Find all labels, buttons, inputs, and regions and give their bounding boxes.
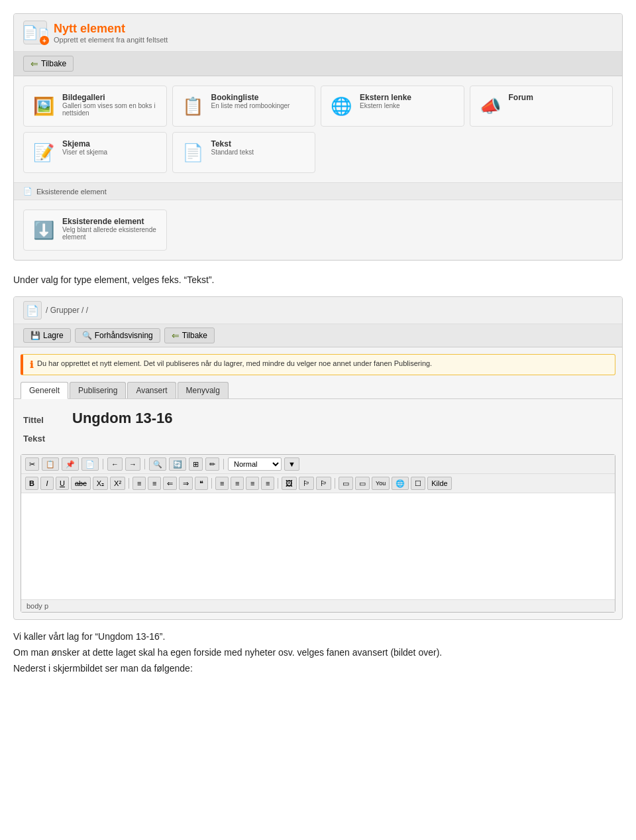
rte-blockquote-button[interactable]: ❝ — [195, 477, 208, 490]
skjema-title: Skjema — [62, 139, 107, 149]
bookingliste-icon: 📋 — [180, 93, 206, 119]
element-card-tekst[interactable]: 📄 Tekst Standard tekst — [172, 132, 316, 173]
rte-anchor-button[interactable]: 🏳 — [316, 477, 331, 490]
rte-align-right-button[interactable]: ≡ — [246, 477, 259, 490]
eksisterende-icon: ⬇️ — [30, 217, 57, 243]
tab-avansert[interactable]: Avansert — [127, 382, 176, 398]
save-button[interactable]: 💾 Lagre — [23, 328, 71, 343]
rte-align-left-button[interactable]: ≡ — [215, 477, 229, 490]
ekstern-lenke-title: Ekstern lenke — [360, 93, 411, 102]
bottom-line-3: Nederst i skjermbildet ser man da følgen… — [13, 661, 623, 677]
bildegalleri-desc: Galleri som vises som en boks i nettside… — [62, 102, 160, 117]
rte-btn-redo[interactable]: → — [125, 457, 140, 471]
tab-menyvalg[interactable]: Menyvalg — [178, 382, 229, 398]
panel-subtitle: Opprett et element fra angitt feltsett — [54, 36, 168, 44]
info-icon: ℹ — [30, 359, 33, 370]
existing-section-icon: 📄 — [23, 187, 32, 196]
separator1 — [103, 459, 103, 469]
rte-outdent-button[interactable]: ⇐ — [163, 477, 177, 490]
tab-publisering[interactable]: Publisering — [70, 382, 126, 398]
existing-grid: ⬇️ Eksisterende element Velg blant aller… — [14, 200, 622, 260]
rte-link-button[interactable]: 🌐 — [392, 477, 409, 490]
text-row: Tekst — [23, 434, 613, 444]
back-button-2[interactable]: ⇐ Tilbake — [164, 328, 215, 343]
rte-insert-box-button[interactable]: ▭ — [355, 477, 370, 490]
editor-header-icon: 📄 — [23, 301, 42, 320]
element-card-bildegalleri[interactable]: 🖼️ Bildegalleri Galleri som vises som en… — [23, 86, 167, 127]
rte-body[interactable] — [21, 493, 615, 599]
rte-btn-spell[interactable]: ✏ — [205, 457, 219, 471]
form-section: Tittel Ungdom 13-16 Tekst — [14, 406, 622, 454]
rte-btn-table[interactable]: ⊞ — [189, 457, 203, 471]
bookingliste-desc: En liste med rombookinger — [211, 102, 290, 109]
rte-btn-tool1[interactable]: ✂ — [25, 457, 39, 471]
rte-btn-tool3[interactable]: 📌 — [62, 457, 79, 471]
separator4 — [129, 478, 129, 489]
rte-youtube-button[interactable]: You — [372, 477, 390, 490]
rte-btn-find[interactable]: 🔍 — [149, 457, 166, 471]
rte-bold-button[interactable]: B — [25, 477, 38, 490]
rte-btn-undo[interactable]: ← — [107, 457, 123, 471]
rte-italic-button[interactable]: I — [40, 477, 54, 490]
rte-toolbar-row2: B I U abc X₂ X² ≡ ≡ ⇐ ⇒ ❝ ≡ ≡ ≡ ≡ 🖼 🏳 🏳 … — [21, 474, 615, 493]
bildegalleri-icon: 🖼️ — [30, 93, 57, 119]
title-label: Tittel — [23, 415, 63, 425]
panel1-toolbar: ⇐ Tilbake — [14, 52, 622, 76]
back-button[interactable]: ⇐ Tilbake — [23, 56, 74, 72]
tekst-icon: 📄 — [180, 139, 206, 166]
rte-indent-button[interactable]: ⇒ — [179, 477, 193, 490]
element-card-eksisterende[interactable]: ⬇️ Eksisterende element Velg blant aller… — [23, 210, 167, 251]
ekstern-lenke-info: Ekstern lenke Ekstern lenke — [360, 93, 411, 109]
editor-header: 📄 / Grupper / / — [14, 297, 622, 324]
separator6 — [278, 478, 278, 489]
rte-style-dropdown[interactable]: ▼ — [284, 457, 299, 471]
forum-icon: 📣 — [477, 93, 504, 119]
rte-flag-button[interactable]: 🏳 — [299, 477, 314, 490]
element-card-ekstern-lenke[interactable]: 🌐 Ekstern lenke Ekstern lenke — [321, 86, 464, 127]
element-card-skjema[interactable]: 📝 Skjema Viser et skjema — [23, 132, 167, 173]
title-row: Tittel Ungdom 13-16 — [23, 410, 613, 427]
rte-strikethrough-button[interactable]: abc — [71, 477, 91, 490]
tekst-info: Tekst Standard tekst — [211, 139, 254, 156]
forum-info: Forum — [509, 93, 533, 102]
rte-ordered-list-button[interactable]: ≡ — [132, 477, 146, 490]
info-bar: ℹ Du har opprettet et nytt element. Det … — [21, 354, 615, 375]
existing-section-label: 📄 Eksisterende element — [14, 183, 622, 200]
editor-toolbar: 💾 Lagre 🔍 Forhåndsvisning ⇐ Tilbake — [14, 324, 622, 347]
preview-icon: 🔍 — [82, 331, 92, 340]
bottom-text: Vi kaller vårt lag for “Ungdom 13-16”. O… — [13, 629, 623, 676]
ekstern-lenke-desc: Ekstern lenke — [360, 102, 411, 109]
bildegalleri-title: Bildegalleri — [62, 93, 160, 102]
panel-header: 📄 + Nytt element Opprett et element fra … — [14, 14, 622, 52]
preview-button[interactable]: 🔍 Forhåndsvisning — [75, 328, 160, 343]
rte-special-char-button[interactable]: ☐ — [411, 477, 425, 490]
rte-btn-tool4[interactable]: 📄 — [81, 457, 99, 471]
rte-toolbar-row1: ✂ 📋 📌 📄 ← → 🔍 🔄 ⊞ ✏ Normal Heading 1 Hea… — [21, 455, 615, 474]
rte-footer: body p — [21, 599, 615, 612]
element-card-forum[interactable]: 📣 Forum — [470, 86, 613, 127]
rte-btn-replace[interactable]: 🔄 — [169, 457, 186, 471]
tab-generelt[interactable]: Generelt — [21, 382, 68, 399]
ekstern-lenke-icon: 🌐 — [328, 93, 354, 119]
rte-underline-button[interactable]: U — [56, 477, 69, 490]
rte-style-select[interactable]: Normal Heading 1 Heading 2 — [228, 457, 282, 471]
rte-align-center-button[interactable]: ≡ — [231, 477, 244, 490]
rte-insert-table-button[interactable]: ▭ — [339, 477, 353, 490]
rte-unordered-list-button[interactable]: ≡ — [148, 477, 161, 490]
skjema-desc: Viser et skjema — [62, 149, 107, 156]
tekst-desc: Standard tekst — [211, 149, 254, 156]
rte-subscript-button[interactable]: X₂ — [93, 477, 108, 490]
eksisterende-desc: Velg blant allerede eksisterende element — [62, 226, 160, 241]
element-card-bookingliste[interactable]: 📋 Bookingliste En liste med rombookinger — [172, 86, 316, 127]
separator5 — [211, 478, 212, 489]
rte-image-button[interactable]: 🖼 — [282, 477, 297, 490]
text-label: Tekst — [23, 434, 63, 444]
rte-btn-tool2[interactable]: 📋 — [42, 457, 59, 471]
breadcrumb: / Grupper / / — [46, 306, 88, 315]
rte-source-button[interactable]: Kilde — [427, 477, 451, 490]
rte-superscript-button[interactable]: X² — [110, 477, 125, 490]
save-label: Lagre — [43, 331, 64, 340]
rte-justify-button[interactable]: ≡ — [261, 477, 274, 490]
tekst-title: Tekst — [211, 139, 254, 149]
bildegalleri-info: Bildegalleri Galleri som vises som en bo… — [62, 93, 160, 117]
